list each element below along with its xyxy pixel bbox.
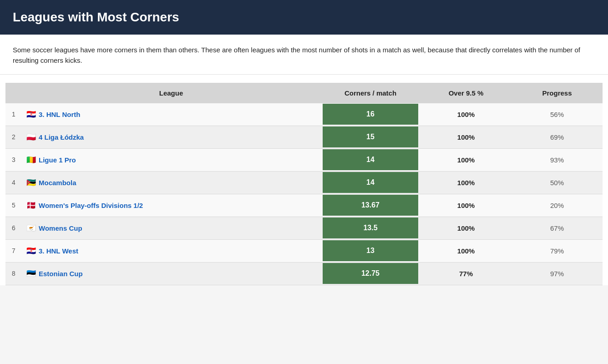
league-header: League — [22, 83, 320, 103]
league-cell[interactable]: 🇨🇾Womens Cup — [22, 217, 320, 239]
league-link[interactable]: Womens Cup — [39, 224, 82, 232]
table-header-row: League Corners / match Over 9.5 % Progre… — [5, 83, 603, 103]
over-cell: 77% — [421, 262, 512, 285]
corners-value: 14 — [323, 149, 418, 170]
league-cell[interactable]: 🇪🇪Estonian Cup — [22, 262, 320, 285]
rank-cell: 1 — [5, 103, 22, 126]
corners-value: 13 — [323, 240, 418, 261]
corners-cell: 14 — [320, 148, 421, 171]
progress-cell: 67% — [512, 217, 603, 239]
progress-header: Progress — [512, 83, 603, 103]
table-row: 3🇲🇱Ligue 1 Pro14100%93% — [5, 148, 603, 171]
league-cell[interactable]: 🇲🇿Mocambola — [22, 171, 320, 194]
corners-cell: 16 — [320, 103, 421, 126]
rank-cell: 2 — [5, 126, 22, 148]
flag-icon: 🇨🇾 — [26, 224, 36, 233]
progress-cell: 79% — [512, 239, 603, 262]
over-cell: 100% — [421, 126, 512, 148]
over-cell: 100% — [421, 194, 512, 217]
corners-cell: 13.5 — [320, 217, 421, 239]
corners-value: 13.67 — [323, 195, 418, 216]
progress-cell: 97% — [512, 262, 603, 285]
table-row: 5🇩🇰Women's Play-offs Divisions 1/213.671… — [5, 194, 603, 217]
corners-cell: 13 — [320, 239, 421, 262]
corners-value: 12.75 — [323, 263, 418, 284]
rank-cell: 3 — [5, 148, 22, 171]
league-cell[interactable]: 🇵🇱4 Liga Łódzka — [22, 126, 320, 148]
corners-cell: 15 — [320, 126, 421, 148]
table-row: 8🇪🇪Estonian Cup12.7577%97% — [5, 262, 603, 285]
league-link[interactable]: 3. HNL North — [39, 111, 80, 118]
corners-value: 14 — [323, 172, 418, 193]
leagues-table: League Corners / match Over 9.5 % Progre… — [5, 83, 603, 285]
flag-icon: 🇭🇷 — [26, 110, 36, 119]
flag-icon: 🇭🇷 — [26, 247, 36, 255]
table-row: 2🇵🇱4 Liga Łódzka15100%69% — [5, 126, 603, 148]
corners-value: 15 — [323, 126, 418, 147]
page-title: Leagues with Most Corners — [13, 10, 595, 25]
league-cell[interactable]: 🇲🇱Ligue 1 Pro — [22, 148, 320, 171]
description-text: Some soccer leagues have more corners in… — [13, 45, 595, 66]
flag-icon: 🇩🇰 — [26, 201, 36, 210]
league-link[interactable]: 4 Liga Łódzka — [39, 133, 84, 141]
rank-cell: 5 — [5, 194, 22, 217]
corners-cell: 13.67 — [320, 194, 421, 217]
corners-value: 16 — [323, 104, 418, 125]
flag-icon: 🇲🇿 — [26, 178, 36, 187]
table-row: 7🇭🇷3. HNL West13100%79% — [5, 239, 603, 262]
flag-icon: 🇪🇪 — [26, 269, 36, 278]
over-cell: 100% — [421, 148, 512, 171]
league-cell[interactable]: 🇭🇷3. HNL West — [22, 239, 320, 262]
corners-value: 13.5 — [323, 217, 418, 238]
league-link[interactable]: Women's Play-offs Divisions 1/2 — [39, 202, 143, 209]
corners-cell: 14 — [320, 171, 421, 194]
league-link[interactable]: 3. HNL West — [39, 247, 78, 255]
rank-cell: 7 — [5, 239, 22, 262]
rank-cell: 4 — [5, 171, 22, 194]
progress-cell: 50% — [512, 171, 603, 194]
progress-cell: 69% — [512, 126, 603, 148]
description-section: Some soccer leagues have more corners in… — [0, 35, 608, 75]
progress-cell: 93% — [512, 148, 603, 171]
league-cell[interactable]: 🇭🇷3. HNL North — [22, 103, 320, 126]
rank-header — [5, 83, 22, 103]
header-section: Leagues with Most Corners — [0, 0, 608, 35]
league-link[interactable]: Ligue 1 Pro — [39, 156, 76, 164]
table-row: 6🇨🇾Womens Cup13.5100%67% — [5, 217, 603, 239]
over-cell: 100% — [421, 103, 512, 126]
table-row: 4🇲🇿Mocambola14100%50% — [5, 171, 603, 194]
progress-cell: 20% — [512, 194, 603, 217]
over-header: Over 9.5 % — [421, 83, 512, 103]
over-cell: 100% — [421, 239, 512, 262]
table-row: 1🇭🇷3. HNL North16100%56% — [5, 103, 603, 126]
rank-cell: 6 — [5, 217, 22, 239]
over-cell: 100% — [421, 171, 512, 194]
flag-icon: 🇲🇱 — [26, 156, 36, 164]
progress-cell: 56% — [512, 103, 603, 126]
table-section: League Corners / match Over 9.5 % Progre… — [0, 75, 608, 285]
league-link[interactable]: Estonian Cup — [39, 270, 83, 278]
corners-header: Corners / match — [320, 83, 421, 103]
flag-icon: 🇵🇱 — [26, 133, 36, 142]
rank-cell: 8 — [5, 262, 22, 285]
league-link[interactable]: Mocambola — [39, 179, 76, 187]
over-cell: 100% — [421, 217, 512, 239]
corners-cell: 12.75 — [320, 262, 421, 285]
league-cell[interactable]: 🇩🇰Women's Play-offs Divisions 1/2 — [22, 194, 320, 217]
